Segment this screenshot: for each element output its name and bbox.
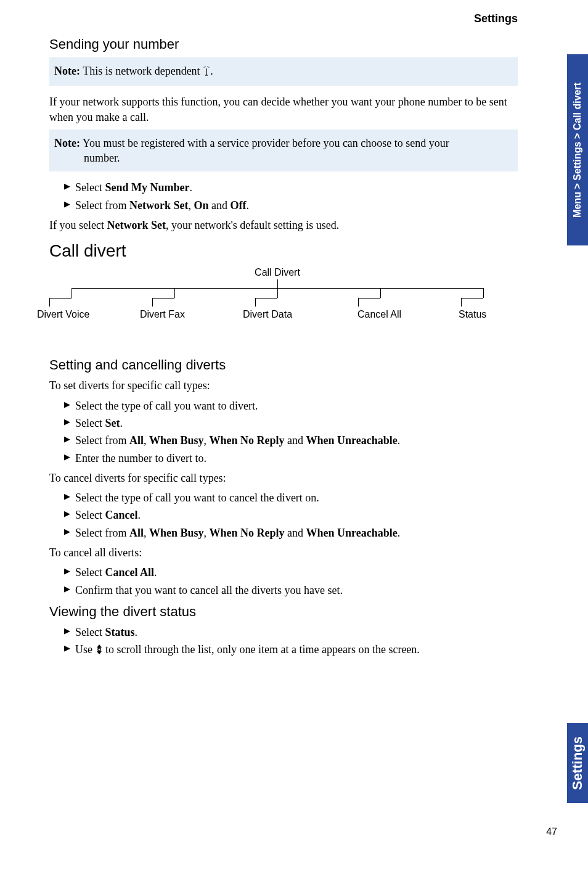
list-set-diverts: Select the type of call you want to dive…: [49, 398, 518, 466]
heading-setting-cancelling: Setting and cancelling diverts: [49, 357, 518, 373]
page-content: Settings Sending your number Note: This …: [49, 12, 518, 663]
side-tab-breadcrumb-text: Menu > Settings > Call divert: [572, 83, 583, 218]
list-item: Select Send My Number.: [64, 180, 518, 195]
list-viewing-status: Select Status. Use to scroll through the…: [49, 625, 518, 659]
note-text: This is network dependent: [80, 65, 203, 77]
diagram-label: Cancel All: [357, 309, 444, 320]
diagram-label: Divert Voice: [37, 309, 123, 320]
svg-point-0: [97, 648, 100, 651]
note-registered: Note: You must be registered with a serv…: [49, 130, 518, 172]
note-text-a: You must be registered with a service pr…: [80, 137, 449, 149]
list-item: Confirm that you want to cancel all the …: [64, 583, 518, 598]
diagram-label: Divert Data: [243, 309, 329, 320]
list-item: Select from All, When Busy, When No Repl…: [64, 433, 518, 448]
side-tab-breadcrumb: Menu > Settings > Call divert: [567, 54, 588, 245]
list-item: Select the type of call you want to dive…: [64, 398, 518, 413]
para-network-supports: If your network supports this function, …: [49, 94, 518, 125]
list-item: Select from Network Set, On and Off.: [64, 198, 518, 213]
page-number: 47: [546, 826, 557, 838]
header-title: Settings: [49, 12, 518, 25]
note-tail: .: [210, 65, 213, 77]
list-item: Select from All, When Busy, When No Repl…: [64, 525, 518, 540]
antenna-icon: [203, 65, 210, 80]
navigation-key-icon: [96, 644, 103, 659]
list-item: Enter the number to divert to.: [64, 451, 518, 466]
list-item: Select Set.: [64, 416, 518, 430]
note-label: Note:: [54, 65, 80, 77]
list-item: Select Cancel All.: [64, 565, 518, 580]
heading-call-divert: Call divert: [49, 241, 518, 261]
heading-sending-your-number: Sending your number: [49, 36, 518, 52]
note-text-b: number.: [54, 150, 513, 165]
list-item: Select the type of call you want to canc…: [64, 490, 518, 505]
note-network-dependent: Note: This is network dependent .: [49, 57, 518, 86]
side-tab-section: Settings: [567, 723, 588, 803]
para-cancel-all: To cancel all diverts:: [49, 545, 518, 560]
list-item: Use to scroll through the list, only one…: [64, 642, 518, 659]
list-send-number: Select Send My Number. Select from Netwo…: [49, 180, 518, 213]
list-cancel-all: Select Cancel All. Confirm that you want…: [49, 565, 518, 598]
diagram-title: Call Divert: [240, 267, 314, 278]
list-item: Select Cancel.: [64, 508, 518, 522]
list-cancel-diverts: Select the type of call you want to canc…: [49, 490, 518, 540]
heading-viewing-status: Viewing the divert status: [49, 604, 518, 620]
para-network-set: If you select Network Set, your network'…: [49, 218, 518, 233]
diagram-label: Divert Fax: [140, 309, 226, 320]
call-divert-diagram: Call Divert Divert Voice Divert Fax Dive…: [49, 267, 505, 335]
para-cancel-diverts: To cancel diverts for specific call type…: [49, 471, 518, 485]
diagram-label: Status: [459, 309, 545, 320]
para-set-diverts: To set diverts for specific call types:: [49, 378, 518, 393]
list-item: Select Status.: [64, 625, 518, 640]
note-label: Note:: [54, 137, 80, 149]
side-tab-section-text: Settings: [570, 736, 586, 790]
